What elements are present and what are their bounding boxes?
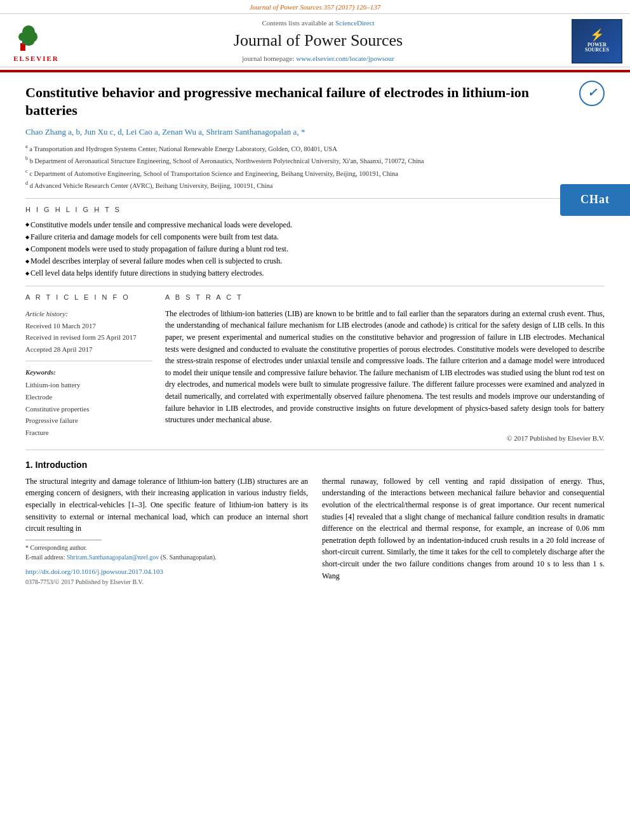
sciencedirect-link[interactable]: ScienceDirect — [335, 19, 375, 27]
affil-d: d d Advanced Vehicle Research Center (AV… — [25, 180, 605, 190]
highlight-1: Constitutive models under tensile and co… — [25, 219, 605, 231]
doi-link[interactable]: http://dx.doi.org/10.1016/j.jpowsour.201… — [25, 568, 163, 575]
article-info: A R T I C L E I N F O Article history: R… — [25, 293, 152, 443]
elsevier-text: ELSEVIER — [13, 54, 59, 63]
power-sources-logo: ⚡ POWERSOURCES — [572, 19, 622, 63]
highlights-list: Constitutive models under tensile and co… — [25, 219, 605, 280]
article-history: Article history: Received 10 March 2017 … — [25, 308, 152, 361]
section-divider-2 — [25, 286, 605, 286]
homepage-link[interactable]: www.elsevier.com/locate/jpowsour — [296, 55, 394, 62]
intro-col-2: thermal runaway, followed by cell ventin… — [322, 476, 605, 587]
keywords-title: Keywords: — [25, 366, 152, 378]
authors-line: Chao Zhang a, b, Jun Xu c, d, Lei Cao a,… — [25, 126, 605, 138]
article-title: Constitutive behavior and progressive me… — [25, 84, 605, 120]
intro-text-1: The structural integrity and damage tole… — [25, 476, 308, 535]
received-date: Received 10 March 2017 — [25, 320, 152, 332]
crossmark-badge: ✓ — [579, 81, 605, 106]
affil-c: c c Department of Automotive Engineering… — [25, 168, 605, 178]
keyword-5: Fracture — [25, 427, 152, 439]
accepted-date: Accepted 28 April 2017 — [25, 343, 152, 356]
keyword-2: Electrode — [25, 391, 152, 403]
section-number: 1. Introduction — [25, 459, 605, 472]
elsevier-tree-icon — [17, 18, 55, 53]
journal-header: Journal of Power Sources 357 (2017) 126–… — [0, 0, 630, 71]
homepage-line: journal homepage: www.elsevier.com/locat… — [65, 54, 572, 63]
power-icon: ⚡ — [590, 29, 604, 43]
elsevier-logo: ELSEVIER — [8, 18, 65, 63]
journal-reference: Journal of Power Sources 357 (2017) 126–… — [0, 0, 630, 13]
highlights-section: H I G H L I G H T S Constitutive models … — [25, 205, 605, 279]
affil-b: b b Department of Aeronautical Structure… — [25, 155, 605, 166]
affil-a: a a Transportation and Hydrogen Systems … — [25, 143, 605, 154]
issn-line: 0378-7753/© 2017 Published by Elsevier B… — [25, 578, 308, 587]
highlight-3: Component models were used to study prop… — [25, 243, 605, 255]
keyword-3: Constitutive properties — [25, 403, 152, 415]
intro-text-2: thermal runaway, followed by cell ventin… — [322, 476, 605, 582]
doi-line: http://dx.doi.org/10.1016/j.jpowsour.201… — [25, 567, 308, 577]
intro-col-1: The structural integrity and damage tole… — [25, 476, 308, 587]
article-info-title: A R T I C L E I N F O — [25, 293, 152, 302]
intro-columns: The structural integrity and damage tole… — [25, 476, 605, 587]
contents-line: Contents lists available at ScienceDirec… — [65, 18, 572, 28]
journal-banner: ELSEVIER Contents lists available at Sci… — [0, 13, 630, 67]
keywords-section: Keywords: Lithium-ion battery Electrode … — [25, 366, 152, 439]
journal-center: Contents lists available at ScienceDirec… — [65, 18, 572, 63]
keyword-1: Lithium-ion battery — [25, 379, 152, 391]
highlight-4: Model describes interplay of several fai… — [25, 255, 605, 267]
history-label: Article history: — [25, 308, 152, 320]
power-label: POWERSOURCES — [585, 43, 609, 54]
introduction-section: 1. Introduction The structural integrity… — [25, 459, 605, 587]
highlight-2: Failure criteria and damage models for c… — [25, 231, 605, 243]
two-column-section: A R T I C L E I N F O Article history: R… — [25, 293, 605, 443]
abstract-title: A B S T R A C T — [165, 293, 605, 302]
chat-widget[interactable]: CHat — [560, 184, 630, 216]
highlight-5: Cell level data helps identify future di… — [25, 267, 605, 279]
email-footnote: E-mail address: Shriram.Santhanagopalan@… — [25, 552, 308, 562]
abstract-text: The electrodes of lithium-ion batteries … — [165, 308, 605, 426]
footnote-corresponding: * Corresponding author. E-mail address: … — [25, 543, 308, 562]
email-link[interactable]: Shriram.Santhanagopalan@nrel.gov — [67, 554, 159, 561]
journal-title: Journal of Power Sources — [65, 29, 572, 52]
abstract-section: A B S T R A C T The electrodes of lithiu… — [165, 293, 605, 443]
highlights-title: H I G H L I G H T S — [25, 205, 605, 215]
copyright: © 2017 Published by Elsevier B.V. — [165, 431, 605, 443]
keyword-4: Progressive failure — [25, 415, 152, 427]
section-divider-1 — [25, 198, 605, 199]
main-content: ✓ Constitutive behavior and progressive … — [0, 72, 630, 594]
svg-point-5 — [23, 38, 34, 46]
footnote-divider — [25, 540, 102, 540]
affiliations: a a Transportation and Hydrogen Systems … — [25, 143, 605, 190]
section-divider-3 — [25, 450, 605, 450]
revised-date: Received in revised form 25 April 2017 — [25, 331, 152, 343]
